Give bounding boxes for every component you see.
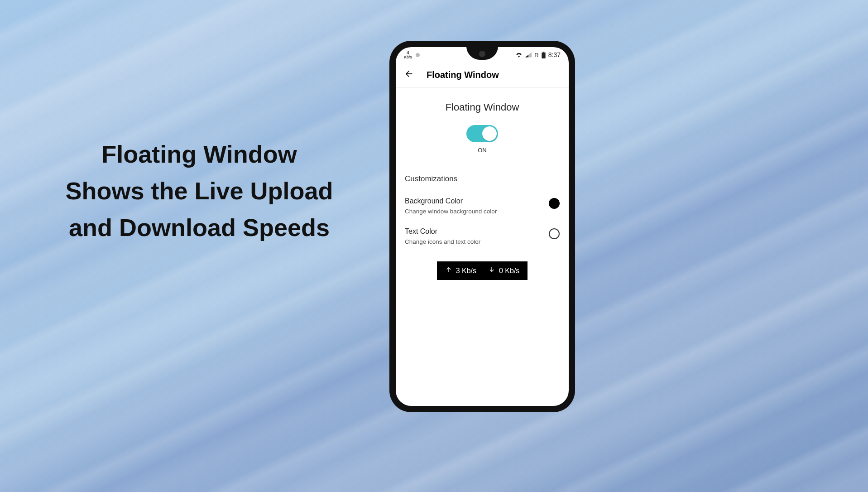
row-description: Change window background color [405,208,497,215]
upload-speed-value: 3 Kb/s [456,267,476,275]
speed-floating-widget[interactable]: 3 Kb/s 0 Kb/s [437,261,528,280]
statusbar-speed-unit: Kb/s [404,55,412,59]
battery-icon [542,52,546,58]
floating-window-toggle[interactable] [466,125,498,142]
back-arrow-icon[interactable] [404,69,414,82]
statusbar-time: 8:37 [548,51,561,58]
text-color-swatch [549,228,560,239]
phone-frame: 4 Kb/s R 8:37 Floating Window Floating W… [389,41,575,412]
toggle-state-label: ON [396,147,569,154]
upload-arrow-icon [445,266,452,275]
download-arrow-icon [488,266,495,275]
promo-headline: Floating Window Shows the Live Upload an… [59,136,340,246]
appbar-title: Floating Window [427,70,499,80]
download-speed-value: 0 Kb/s [499,267,519,275]
toggle-knob [482,126,497,141]
row-label: Background Color [405,197,497,205]
upload-speed: 3 Kb/s [445,266,476,275]
status-bar-right: R 8:37 [515,51,561,58]
signal-icon [525,52,532,58]
row-description: Change icons and text color [405,238,480,245]
download-speed: 0 Kb/s [488,266,519,275]
wifi-icon [515,52,523,58]
roaming-label: R [534,52,538,58]
statusbar-dot-icon [416,53,420,57]
section-title: Floating Window [396,101,569,113]
svg-rect-1 [542,52,545,58]
phone-screen: 4 Kb/s R 8:37 Floating Window Floating W… [396,47,569,406]
main-content: Floating Window ON Customizations Backgr… [396,88,569,280]
text-color-row[interactable]: Text Color Change icons and text color [405,227,560,245]
statusbar-speed-indicator: 4 Kb/s [404,50,412,59]
row-label: Text Color [405,227,480,236]
customizations-section: Customizations Background Color Change w… [396,174,569,280]
status-bar-left: 4 Kb/s [404,50,420,59]
customizations-heading: Customizations [405,174,560,183]
background-color-swatch [549,198,560,209]
svg-rect-0 [543,52,544,53]
app-bar: Floating Window [396,63,569,88]
background-color-row[interactable]: Background Color Change window backgroun… [405,197,560,215]
